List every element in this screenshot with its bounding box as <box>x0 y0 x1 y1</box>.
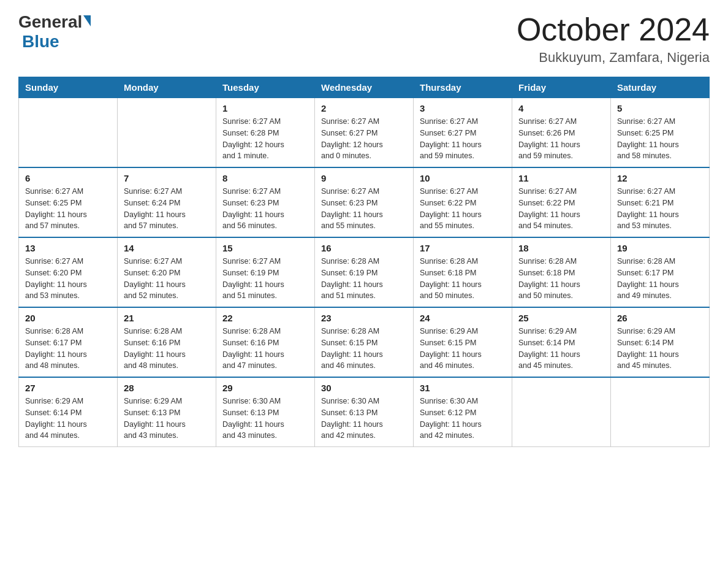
day-number: 17 <box>420 243 506 253</box>
calendar-cell: 29Sunrise: 6:30 AM Sunset: 6:13 PM Dayli… <box>216 377 315 447</box>
calendar-cell: 5Sunrise: 6:27 AM Sunset: 6:25 PM Daylig… <box>611 98 710 168</box>
calendar-cell: 24Sunrise: 6:29 AM Sunset: 6:15 PM Dayli… <box>414 307 512 377</box>
page-title: October 2024 <box>517 12 710 47</box>
calendar-cell <box>19 98 118 168</box>
calendar-cell: 19Sunrise: 6:28 AM Sunset: 6:17 PM Dayli… <box>611 237 710 307</box>
day-info: Sunrise: 6:28 AM Sunset: 6:17 PM Dayligh… <box>617 256 703 302</box>
day-info: Sunrise: 6:30 AM Sunset: 6:13 PM Dayligh… <box>321 396 407 442</box>
week-row-2: 6Sunrise: 6:27 AM Sunset: 6:25 PM Daylig… <box>19 167 710 237</box>
day-number: 20 <box>25 313 111 323</box>
calendar-cell: 17Sunrise: 6:28 AM Sunset: 6:18 PM Dayli… <box>414 237 512 307</box>
day-number: 15 <box>222 243 308 253</box>
calendar-cell: 27Sunrise: 6:29 AM Sunset: 6:14 PM Dayli… <box>19 377 118 447</box>
header-sunday: Sunday <box>19 77 118 98</box>
day-number: 4 <box>518 103 604 113</box>
day-info: Sunrise: 6:27 AM Sunset: 6:23 PM Dayligh… <box>222 186 308 232</box>
day-number: 10 <box>420 173 506 183</box>
calendar-cell: 13Sunrise: 6:27 AM Sunset: 6:20 PM Dayli… <box>19 237 118 307</box>
header-friday: Friday <box>512 77 611 98</box>
day-number: 6 <box>25 173 111 183</box>
day-info: Sunrise: 6:30 AM Sunset: 6:12 PM Dayligh… <box>420 396 506 442</box>
calendar-cell: 4Sunrise: 6:27 AM Sunset: 6:26 PM Daylig… <box>512 98 611 168</box>
day-info: Sunrise: 6:28 AM Sunset: 6:17 PM Dayligh… <box>25 326 111 372</box>
day-number: 23 <box>321 313 407 323</box>
day-number: 8 <box>222 173 308 183</box>
day-info: Sunrise: 6:29 AM Sunset: 6:14 PM Dayligh… <box>25 396 111 442</box>
logo-general-text: General <box>18 12 82 32</box>
day-number: 25 <box>518 313 604 323</box>
day-number: 12 <box>617 173 703 183</box>
calendar-cell: 25Sunrise: 6:29 AM Sunset: 6:14 PM Dayli… <box>512 307 611 377</box>
day-info: Sunrise: 6:27 AM Sunset: 6:21 PM Dayligh… <box>617 186 703 232</box>
header-wednesday: Wednesday <box>315 77 414 98</box>
calendar-cell <box>611 377 710 447</box>
calendar-cell: 15Sunrise: 6:27 AM Sunset: 6:19 PM Dayli… <box>216 237 315 307</box>
day-info: Sunrise: 6:29 AM Sunset: 6:15 PM Dayligh… <box>420 326 506 372</box>
calendar-cell: 22Sunrise: 6:28 AM Sunset: 6:16 PM Dayli… <box>216 307 315 377</box>
day-number: 13 <box>25 243 111 253</box>
day-info: Sunrise: 6:28 AM Sunset: 6:18 PM Dayligh… <box>518 256 604 302</box>
header-thursday: Thursday <box>414 77 512 98</box>
page-subtitle: Bukkuyum, Zamfara, Nigeria <box>517 50 710 66</box>
calendar-cell: 8Sunrise: 6:27 AM Sunset: 6:23 PM Daylig… <box>216 167 315 237</box>
day-number: 22 <box>222 313 308 323</box>
week-row-4: 20Sunrise: 6:28 AM Sunset: 6:17 PM Dayli… <box>19 307 710 377</box>
day-info: Sunrise: 6:27 AM Sunset: 6:25 PM Dayligh… <box>617 116 703 162</box>
weekday-header-row: Sunday Monday Tuesday Wednesday Thursday… <box>19 77 710 98</box>
calendar-cell: 20Sunrise: 6:28 AM Sunset: 6:17 PM Dayli… <box>19 307 118 377</box>
day-number: 24 <box>420 313 506 323</box>
calendar-cell: 3Sunrise: 6:27 AM Sunset: 6:27 PM Daylig… <box>414 98 512 168</box>
calendar-cell: 2Sunrise: 6:27 AM Sunset: 6:27 PM Daylig… <box>315 98 414 168</box>
calendar-cell <box>118 98 216 168</box>
day-number: 5 <box>617 103 703 113</box>
day-number: 26 <box>617 313 703 323</box>
day-info: Sunrise: 6:27 AM Sunset: 6:25 PM Dayligh… <box>25 186 111 232</box>
calendar-cell: 12Sunrise: 6:27 AM Sunset: 6:21 PM Dayli… <box>611 167 710 237</box>
day-number: 27 <box>25 383 111 393</box>
day-number: 11 <box>518 173 604 183</box>
calendar-cell: 28Sunrise: 6:29 AM Sunset: 6:13 PM Dayli… <box>118 377 216 447</box>
calendar-cell: 14Sunrise: 6:27 AM Sunset: 6:20 PM Dayli… <box>118 237 216 307</box>
day-number: 19 <box>617 243 703 253</box>
day-number: 9 <box>321 173 407 183</box>
header-monday: Monday <box>118 77 216 98</box>
calendar-cell: 21Sunrise: 6:28 AM Sunset: 6:16 PM Dayli… <box>118 307 216 377</box>
logo-blue-text: Blue <box>22 32 59 51</box>
day-number: 21 <box>124 313 210 323</box>
week-row-5: 27Sunrise: 6:29 AM Sunset: 6:14 PM Dayli… <box>19 377 710 447</box>
header-tuesday: Tuesday <box>216 77 315 98</box>
calendar-cell: 10Sunrise: 6:27 AM Sunset: 6:22 PM Dayli… <box>414 167 512 237</box>
day-info: Sunrise: 6:29 AM Sunset: 6:14 PM Dayligh… <box>617 326 703 372</box>
logo-triangle-icon <box>83 15 91 26</box>
day-number: 30 <box>321 383 407 393</box>
day-info: Sunrise: 6:29 AM Sunset: 6:13 PM Dayligh… <box>124 396 210 442</box>
calendar-cell: 7Sunrise: 6:27 AM Sunset: 6:24 PM Daylig… <box>118 167 216 237</box>
day-number: 18 <box>518 243 604 253</box>
day-number: 14 <box>124 243 210 253</box>
week-row-1: 1Sunrise: 6:27 AM Sunset: 6:28 PM Daylig… <box>19 98 710 168</box>
day-number: 16 <box>321 243 407 253</box>
day-info: Sunrise: 6:30 AM Sunset: 6:13 PM Dayligh… <box>222 396 308 442</box>
calendar-cell: 30Sunrise: 6:30 AM Sunset: 6:13 PM Dayli… <box>315 377 414 447</box>
day-info: Sunrise: 6:28 AM Sunset: 6:19 PM Dayligh… <box>321 256 407 302</box>
calendar-cell <box>512 377 611 447</box>
title-area: October 2024 Bukkuyum, Zamfara, Nigeria <box>517 12 710 66</box>
day-number: 31 <box>420 383 506 393</box>
calendar-cell: 23Sunrise: 6:28 AM Sunset: 6:15 PM Dayli… <box>315 307 414 377</box>
day-info: Sunrise: 6:27 AM Sunset: 6:27 PM Dayligh… <box>420 116 506 162</box>
day-info: Sunrise: 6:27 AM Sunset: 6:26 PM Dayligh… <box>518 116 604 162</box>
logo-text: General <box>18 12 91 32</box>
day-info: Sunrise: 6:27 AM Sunset: 6:19 PM Dayligh… <box>222 256 308 302</box>
day-number: 29 <box>222 383 308 393</box>
day-info: Sunrise: 6:28 AM Sunset: 6:15 PM Dayligh… <box>321 326 407 372</box>
day-number: 1 <box>222 103 308 113</box>
day-info: Sunrise: 6:27 AM Sunset: 6:22 PM Dayligh… <box>518 186 604 232</box>
calendar-cell: 1Sunrise: 6:27 AM Sunset: 6:28 PM Daylig… <box>216 98 315 168</box>
day-info: Sunrise: 6:27 AM Sunset: 6:20 PM Dayligh… <box>124 256 210 302</box>
day-number: 2 <box>321 103 407 113</box>
day-info: Sunrise: 6:29 AM Sunset: 6:14 PM Dayligh… <box>518 326 604 372</box>
day-info: Sunrise: 6:27 AM Sunset: 6:22 PM Dayligh… <box>420 186 506 232</box>
day-info: Sunrise: 6:28 AM Sunset: 6:16 PM Dayligh… <box>124 326 210 372</box>
day-info: Sunrise: 6:28 AM Sunset: 6:16 PM Dayligh… <box>222 326 308 372</box>
day-info: Sunrise: 6:27 AM Sunset: 6:28 PM Dayligh… <box>222 116 308 162</box>
